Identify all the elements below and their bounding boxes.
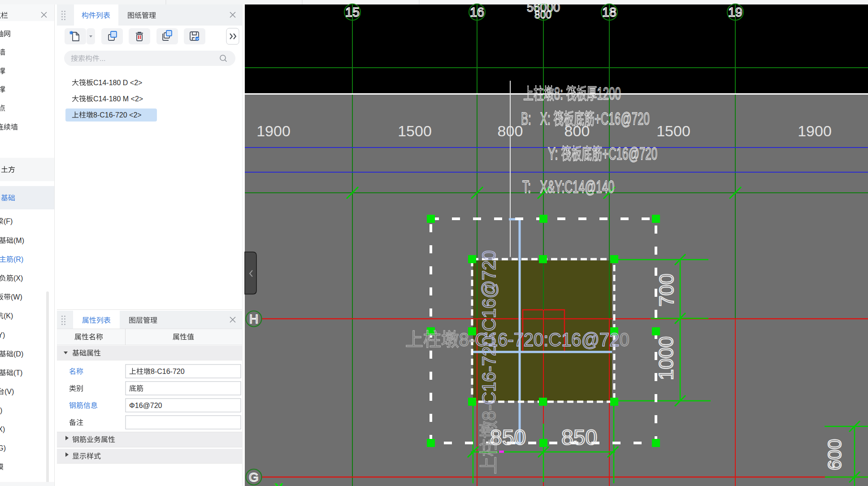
svg-text:+C16@720: +C16@720 (602, 144, 657, 163)
svg-text:C16-720:C16@720: C16-720:C16@720 (478, 250, 499, 404)
svg-text:600: 600 (824, 439, 845, 470)
svg-text:18: 18 (602, 4, 616, 19)
svg-text:C14-180 M <2>: C14-180 M <2> (93, 95, 143, 103)
svg-text:...: ... (100, 55, 105, 62)
svg-text:800: 800 (534, 9, 551, 21)
svg-text:8-: 8- (459, 329, 475, 350)
svg-text:15: 15 (345, 4, 360, 19)
svg-text:1500: 1500 (656, 122, 690, 139)
svg-text:T: X&Y:C14@140: T: X&Y:C14@140 (522, 177, 614, 196)
svg-text:Y: Y (274, 480, 283, 486)
svg-text:8-C16-720: 8-C16-720 (151, 368, 185, 375)
svg-text:(G): (G) (0, 444, 6, 452)
svg-text:700: 700 (655, 273, 677, 306)
svg-text:B: X:: B: X: (521, 109, 553, 128)
svg-text:8-: 8- (478, 405, 499, 421)
svg-text:G: G (249, 470, 259, 484)
svg-text:(X): (X) (13, 274, 23, 282)
svg-text:(K): (K) (4, 312, 13, 320)
svg-text:1200: 1200 (597, 84, 621, 103)
svg-text:850: 850 (561, 425, 597, 449)
svg-text:1900: 1900 (256, 122, 291, 139)
svg-text:(F): (F) (4, 217, 13, 225)
svg-text:(V): (V) (4, 388, 14, 395)
svg-text:+C16@720: +C16@720 (595, 109, 650, 128)
svg-text:1500: 1500 (398, 122, 432, 139)
svg-text:Φ16@720: Φ16@720 (129, 402, 162, 409)
svg-text:(R): (R) (13, 256, 23, 263)
svg-text:(D): (D) (13, 350, 23, 358)
svg-text:H: H (249, 312, 258, 326)
svg-text:8:: 8: (554, 84, 566, 103)
svg-text:(W): (W) (11, 293, 22, 301)
svg-text:16: 16 (470, 4, 484, 19)
svg-text:(X): (X) (0, 425, 5, 433)
svg-text:0: 0 (619, 329, 629, 350)
svg-text:850: 850 (490, 425, 526, 449)
svg-text:800: 800 (498, 122, 523, 139)
svg-text:1000: 1000 (655, 336, 677, 380)
svg-text:1900: 1900 (798, 122, 832, 139)
svg-text:): ) (0, 407, 2, 414)
svg-text:Y:: Y: (548, 144, 561, 163)
svg-text:(M): (M) (13, 237, 24, 244)
svg-text:(Y): (Y) (0, 331, 5, 339)
svg-text:(T): (T) (13, 369, 22, 377)
svg-text:19: 19 (728, 4, 742, 19)
svg-text:8-C16-720 <2>: 8-C16-720 <2> (93, 111, 142, 119)
svg-text:C14-180 D <2>: C14-180 D <2> (93, 79, 142, 87)
